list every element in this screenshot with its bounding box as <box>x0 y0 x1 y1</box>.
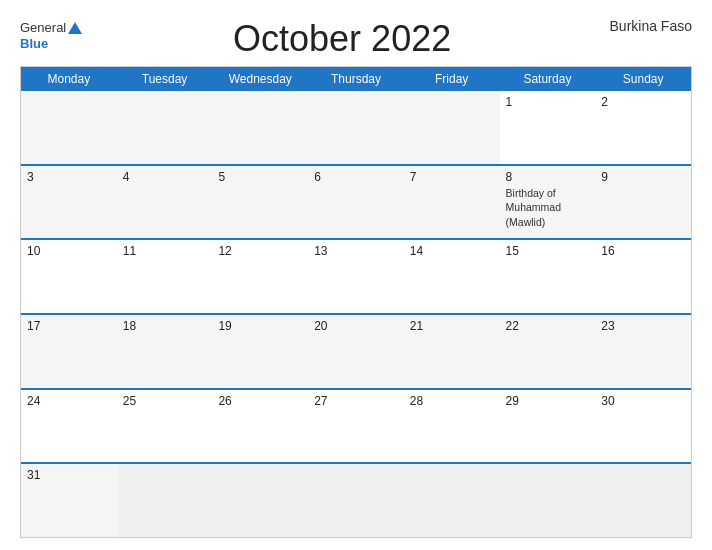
day-number: 14 <box>410 244 494 258</box>
logo-blue: Blue <box>20 36 48 51</box>
cal-cell-17: 17 <box>21 315 117 388</box>
day-number: 17 <box>27 319 111 333</box>
calendar-header: Monday Tuesday Wednesday Thursday Friday… <box>21 67 691 91</box>
day-number: 28 <box>410 394 494 408</box>
logo-triangle-icon <box>68 22 82 34</box>
month-title: October 2022 <box>82 18 602 60</box>
header-friday: Friday <box>404 67 500 91</box>
logo: General <box>20 18 82 36</box>
day-number: 23 <box>601 319 685 333</box>
cal-cell-27: 27 <box>308 390 404 463</box>
day-number: 3 <box>27 170 111 184</box>
cal-cell-29: 29 <box>500 390 596 463</box>
cal-cell-empty <box>117 464 213 537</box>
cal-cell-24: 24 <box>21 390 117 463</box>
cal-cell-8: 8 Birthday of Muhammad (Mawlid) <box>500 166 596 239</box>
day-number: 10 <box>27 244 111 258</box>
header: General Blue October 2022 Burkina Faso <box>20 18 692 60</box>
day-number: 19 <box>218 319 302 333</box>
country-name: Burkina Faso <box>602 18 692 34</box>
day-number: 5 <box>218 170 302 184</box>
cal-cell-empty <box>117 91 213 164</box>
cal-cell-empty <box>308 91 404 164</box>
week-2: 3 4 5 6 7 8 Birthday of Muhammad (Mawlid… <box>21 164 691 239</box>
day-number: 26 <box>218 394 302 408</box>
day-number: 4 <box>123 170 207 184</box>
cal-cell-18: 18 <box>117 315 213 388</box>
day-number: 29 <box>506 394 590 408</box>
cal-cell-21: 21 <box>404 315 500 388</box>
cal-cell-empty <box>595 464 691 537</box>
event-text: Birthday of Muhammad (Mawlid) <box>506 187 561 228</box>
cal-cell-5: 5 <box>212 166 308 239</box>
cal-cell-23: 23 <box>595 315 691 388</box>
cal-cell-6: 6 <box>308 166 404 239</box>
calendar-body: 1 2 3 4 5 6 7 8 Birthday of Muhammad (Ma… <box>21 91 691 537</box>
cal-cell-20: 20 <box>308 315 404 388</box>
cal-cell-4: 4 <box>117 166 213 239</box>
cal-cell-empty <box>500 464 596 537</box>
day-number: 7 <box>410 170 494 184</box>
day-number: 6 <box>314 170 398 184</box>
cal-cell-9: 9 <box>595 166 691 239</box>
cal-cell-31: 31 <box>21 464 117 537</box>
header-sunday: Sunday <box>595 67 691 91</box>
cal-cell-19: 19 <box>212 315 308 388</box>
day-number: 12 <box>218 244 302 258</box>
week-5: 24 25 26 27 28 29 30 <box>21 388 691 463</box>
day-number: 30 <box>601 394 685 408</box>
day-number: 11 <box>123 244 207 258</box>
day-number: 9 <box>601 170 685 184</box>
week-1: 1 2 <box>21 91 691 164</box>
cal-cell-empty <box>404 464 500 537</box>
calendar: Monday Tuesday Wednesday Thursday Friday… <box>20 66 692 538</box>
header-monday: Monday <box>21 67 117 91</box>
day-number: 18 <box>123 319 207 333</box>
logo-general: General <box>20 20 66 35</box>
cal-cell-empty <box>212 464 308 537</box>
logo-area: General Blue <box>20 18 82 51</box>
cal-cell-empty <box>212 91 308 164</box>
cal-cell-13: 13 <box>308 240 404 313</box>
cal-cell-22: 22 <box>500 315 596 388</box>
cal-cell-25: 25 <box>117 390 213 463</box>
day-number: 25 <box>123 394 207 408</box>
cal-cell-2: 2 <box>595 91 691 164</box>
week-6: 31 <box>21 462 691 537</box>
header-thursday: Thursday <box>308 67 404 91</box>
cal-cell-3: 3 <box>21 166 117 239</box>
day-number: 31 <box>27 468 111 482</box>
header-wednesday: Wednesday <box>212 67 308 91</box>
day-number: 22 <box>506 319 590 333</box>
cal-cell-1: 1 <box>500 91 596 164</box>
day-number: 21 <box>410 319 494 333</box>
cal-cell-12: 12 <box>212 240 308 313</box>
cal-cell-10: 10 <box>21 240 117 313</box>
calendar-page: General Blue October 2022 Burkina Faso M… <box>0 0 712 550</box>
cal-cell-30: 30 <box>595 390 691 463</box>
cal-cell-16: 16 <box>595 240 691 313</box>
cal-cell-empty <box>21 91 117 164</box>
day-number: 24 <box>27 394 111 408</box>
header-saturday: Saturday <box>500 67 596 91</box>
day-number: 16 <box>601 244 685 258</box>
cal-cell-11: 11 <box>117 240 213 313</box>
cal-cell-15: 15 <box>500 240 596 313</box>
day-number: 13 <box>314 244 398 258</box>
header-tuesday: Tuesday <box>117 67 213 91</box>
day-number: 27 <box>314 394 398 408</box>
day-number: 8 <box>506 170 590 184</box>
week-4: 17 18 19 20 21 22 23 <box>21 313 691 388</box>
cal-cell-26: 26 <box>212 390 308 463</box>
cal-cell-28: 28 <box>404 390 500 463</box>
cal-cell-empty <box>404 91 500 164</box>
cal-cell-empty <box>308 464 404 537</box>
week-3: 10 11 12 13 14 15 16 <box>21 238 691 313</box>
cal-cell-7: 7 <box>404 166 500 239</box>
day-number: 20 <box>314 319 398 333</box>
day-number: 15 <box>506 244 590 258</box>
cal-cell-14: 14 <box>404 240 500 313</box>
day-number: 1 <box>506 95 590 109</box>
day-number: 2 <box>601 95 685 109</box>
